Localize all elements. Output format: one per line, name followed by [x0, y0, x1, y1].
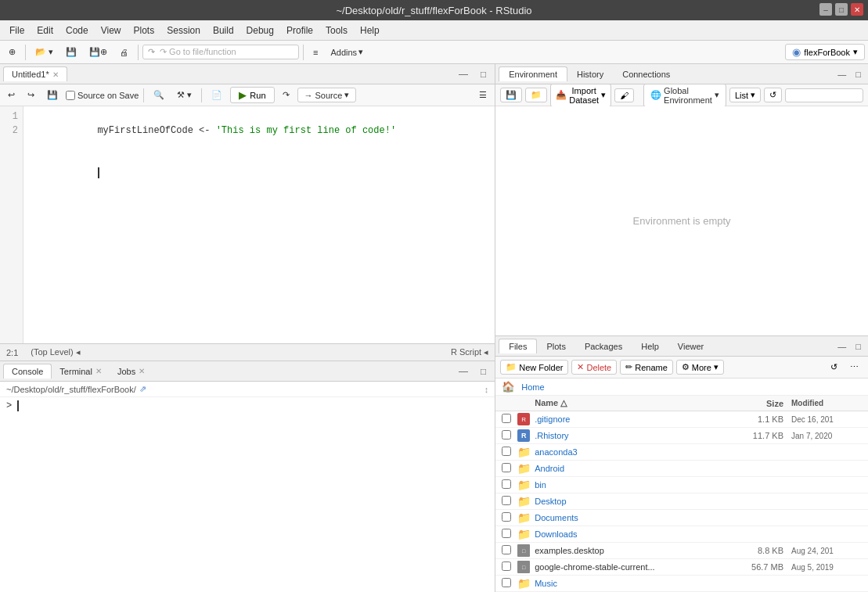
file-row[interactable]: 📁 bin	[495, 477, 868, 493]
save-all-button[interactable]: 💾⊕	[84, 45, 113, 59]
env-refresh-button[interactable]: ↺	[764, 88, 782, 102]
search-button[interactable]: 🔍	[149, 88, 169, 102]
menu-code[interactable]: Code	[59, 23, 95, 38]
file-row[interactable]: 📁 anaconda3	[495, 444, 868, 461]
file-checkbox-input[interactable]	[502, 414, 511, 423]
env-maximize[interactable]: □	[852, 69, 865, 80]
file-checkbox-input[interactable]	[502, 512, 511, 522]
files-refresh-button[interactable]: ↺	[826, 361, 842, 374]
file-checkbox[interactable]	[502, 496, 517, 507]
console-maximize[interactable]: □	[475, 364, 492, 379]
file-checkbox-input[interactable]	[502, 529, 511, 538]
load-workspace-button[interactable]: 📁	[525, 88, 547, 102]
workspace-button[interactable]: ≡	[308, 45, 323, 59]
files-tab-viewer[interactable]: Viewer	[668, 339, 713, 353]
file-checkbox[interactable]	[502, 430, 517, 441]
code-tools-button[interactable]: ⚒ ▾	[172, 88, 196, 102]
open-file-button[interactable]: 📂 ▾	[30, 45, 59, 59]
file-checkbox[interactable]	[502, 447, 517, 457]
file-checkbox-input[interactable]	[502, 562, 511, 571]
menu-build[interactable]: Build	[207, 23, 240, 38]
files-maximize[interactable]: □	[852, 341, 865, 352]
editor-maximize[interactable]: □	[475, 66, 492, 82]
file-checkbox[interactable]	[502, 463, 517, 474]
env-tab-environment[interactable]: Environment	[499, 66, 567, 81]
new-file-button[interactable]: ⊕	[3, 45, 21, 59]
file-checkbox-input[interactable]	[502, 496, 511, 505]
rename-button[interactable]: ✏ Rename	[620, 360, 673, 375]
undo-button[interactable]: ↩	[3, 88, 20, 102]
jobs-close[interactable]: ✕	[139, 367, 145, 375]
save-button[interactable]: 💾	[60, 45, 82, 59]
menu-profile[interactable]: Profile	[280, 23, 319, 38]
up-folder-button[interactable]: 🏠	[502, 381, 515, 393]
env-search-input[interactable]	[785, 88, 863, 102]
global-env-button[interactable]: 🌐 Global Environment ▾	[643, 84, 726, 107]
file-checkbox[interactable]	[502, 512, 517, 523]
files-minimize[interactable]: —	[834, 341, 850, 352]
home-breadcrumb[interactable]: Home	[521, 382, 544, 392]
file-checkbox-input[interactable]	[502, 463, 511, 472]
files-tab-files[interactable]: Files	[499, 339, 537, 353]
list-view-button[interactable]: List ▾	[729, 88, 761, 102]
files-tab-plots[interactable]: Plots	[537, 339, 574, 353]
editor-tab-close[interactable]: ✕	[52, 70, 59, 79]
redo-button[interactable]: ↪	[23, 88, 39, 102]
project-button[interactable]: ◉ flexForBook ▾	[785, 44, 865, 60]
run-button[interactable]: ▶ Run	[230, 87, 274, 103]
file-checkbox-input[interactable]	[502, 479, 511, 489]
files-dots-button[interactable]: ⋯	[845, 361, 863, 374]
env-minimize[interactable]: —	[834, 69, 850, 80]
console-tab[interactable]: Console	[3, 364, 52, 379]
file-checkbox[interactable]	[502, 479, 517, 490]
source-on-save-input[interactable]	[66, 91, 75, 100]
delete-button[interactable]: ✕ Delete	[571, 360, 617, 375]
clear-env-button[interactable]: 🖌	[614, 88, 634, 102]
file-row[interactable]: R .gitignore 1.1 KB Dec 16, 201	[495, 411, 868, 428]
source-on-save-checkbox[interactable]: Source on Save	[66, 91, 139, 100]
file-row[interactable]: □ examples.desktop 8.8 KB Aug 24, 201	[495, 543, 868, 559]
env-tab-connections[interactable]: Connections	[613, 67, 679, 81]
minimize-button[interactable]: –	[819, 3, 832, 16]
console-path-link[interactable]: ⇗	[139, 384, 146, 394]
source-button[interactable]: → Files Source ▾	[297, 88, 357, 102]
file-checkbox[interactable]	[502, 529, 517, 540]
menu-help[interactable]: Help	[354, 23, 386, 38]
menu-edit[interactable]: Edit	[31, 23, 59, 38]
file-row[interactable]: 📁 Android	[495, 461, 868, 477]
menu-debug[interactable]: Debug	[240, 23, 280, 38]
console-body[interactable]: >	[0, 397, 495, 592]
editor-minimize[interactable]: —	[453, 66, 474, 82]
go-to-file-button[interactable]: ↷ ↷ Go to file/function	[142, 45, 299, 59]
file-row[interactable]: 📁 Music	[495, 576, 868, 592]
file-row[interactable]: 📁 Desktop	[495, 493, 868, 510]
terminal-close[interactable]: ✕	[95, 367, 102, 375]
file-checkbox[interactable]	[502, 545, 517, 556]
file-checkbox-input[interactable]	[502, 430, 511, 440]
file-row[interactable]: 📁 Downloads	[495, 526, 868, 543]
code-content[interactable]: myFirstLineOfCode <- 'This is my first l…	[23, 106, 495, 343]
file-checkbox[interactable]	[502, 414, 517, 425]
editor-menu-button[interactable]: ☰	[474, 88, 492, 102]
files-tab-help[interactable]: Help	[632, 339, 668, 353]
terminal-tab[interactable]: Terminal ✕	[52, 364, 110, 379]
menu-view[interactable]: View	[95, 23, 128, 38]
file-checkbox[interactable]	[502, 562, 517, 572]
menu-tools[interactable]: Tools	[319, 23, 354, 38]
menu-plots[interactable]: Plots	[128, 23, 161, 38]
menu-file[interactable]: File	[3, 23, 31, 38]
compile-button[interactable]: 📄	[207, 88, 227, 102]
save-script-button[interactable]: 💾	[42, 88, 63, 102]
print-button[interactable]: 🖨	[114, 45, 134, 59]
jobs-tab[interactable]: Jobs ✕	[110, 364, 153, 379]
file-checkbox-input[interactable]	[502, 447, 511, 456]
env-tab-history[interactable]: History	[567, 67, 613, 81]
editor-tab-untitled1[interactable]: Untitled1* ✕	[3, 66, 67, 81]
file-checkbox-input[interactable]	[502, 545, 511, 554]
file-row[interactable]: 📁 Documents	[495, 510, 868, 526]
file-checkbox-input[interactable]	[502, 578, 511, 587]
file-row[interactable]: R .Rhistory 11.7 KB Jan 7, 2020	[495, 428, 868, 444]
run-next-button[interactable]: ↷	[278, 88, 294, 102]
new-folder-button[interactable]: 📁 New Folder	[500, 360, 568, 375]
close-button[interactable]: ✕	[851, 3, 863, 16]
